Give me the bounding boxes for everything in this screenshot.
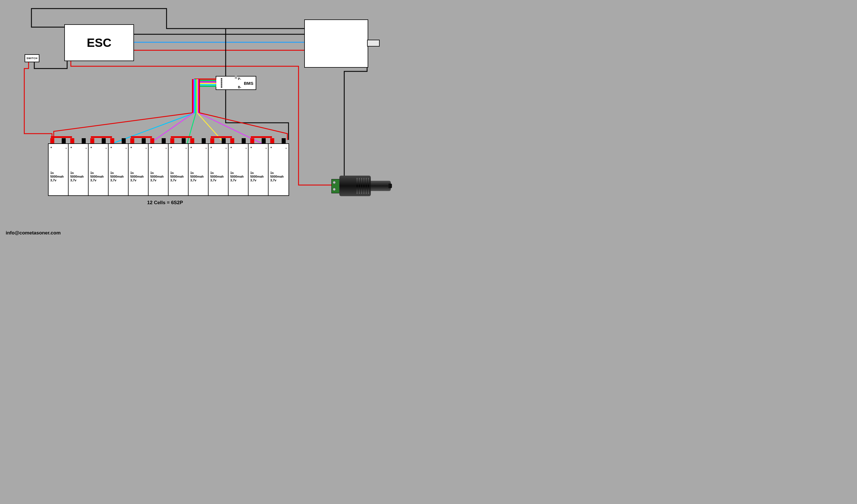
cell-plus: + (110, 146, 112, 149)
terminal-positive (90, 138, 94, 144)
terminal-negative (202, 138, 206, 144)
cell-plus: + (170, 146, 172, 149)
cell-minus: - (85, 146, 87, 150)
battery-cell: +-1s5000mah3,7v (248, 143, 269, 196)
cell-spec: 1s5000mah3,7v (250, 171, 264, 183)
terminal-positive (130, 138, 134, 144)
battery-cell: +-1s5000mah3,7v (168, 143, 189, 196)
terminal-negative (162, 138, 166, 144)
cell-plus: + (150, 146, 152, 149)
terminal-negative (242, 138, 246, 144)
battery-cell: +-1s5000mah3,7v (128, 143, 149, 196)
cell-minus: - (265, 146, 267, 150)
terminal-positive (70, 138, 74, 144)
terminal-positive (170, 138, 174, 144)
terminal-negative (182, 138, 186, 144)
terminal-negative (222, 138, 226, 144)
cell-plus: + (90, 146, 92, 149)
cell-spec: 1s5000mah3,7v (110, 171, 124, 183)
cell-spec: 1s5000mah3,7v (90, 171, 104, 183)
cell-spec: 1s5000mah3,7v (130, 171, 144, 183)
cell-spec: 1s5000mah3,7v (190, 171, 204, 183)
cell-minus: - (65, 146, 67, 150)
cell-spec: 1s5000mah3,7v (70, 171, 84, 183)
terminal-negative (262, 138, 266, 144)
cell-minus: - (246, 146, 247, 150)
cell-plus: + (50, 146, 52, 149)
cell-minus: - (205, 146, 207, 150)
terminal-positive (50, 138, 54, 144)
cell-plus: + (210, 146, 212, 149)
terminal-negative (282, 138, 286, 144)
dc-jack (331, 176, 391, 196)
terminal-positive (230, 138, 234, 144)
cell-plus: + (190, 146, 192, 149)
terminal-positive (250, 138, 254, 144)
terminal-positive (190, 138, 194, 144)
cell-plus: + (250, 146, 252, 149)
battery-cell: +-1s5000mah3,7v (88, 143, 109, 196)
terminal-negative (82, 138, 86, 144)
cell-plus: + (270, 146, 272, 149)
cell-minus: - (185, 146, 187, 150)
battery-cell: +-1s5000mah3,7v (208, 143, 229, 196)
battery-cell: +-1s5000mah3,7v (268, 143, 289, 196)
cell-minus: - (225, 146, 227, 150)
cell-minus: - (125, 146, 127, 150)
cell-minus: - (285, 146, 287, 150)
cell-minus: - (146, 146, 147, 150)
cell-spec: 1s5000mah3,7v (210, 171, 224, 183)
battery-cell: +-1s5000mah3,7v (228, 143, 249, 196)
wiring-diagram: ESC SWITCH P- B- BMS (0, 0, 428, 240)
cell-spec: 1s5000mah3,7v (50, 171, 64, 183)
cell-spec: 1s5000mah3,7v (270, 171, 284, 183)
pack-config-label: 12 Cells = 6S2P (147, 200, 183, 206)
terminal-positive (110, 138, 114, 144)
battery-cell: +-1s5000mah3,7v (68, 143, 89, 196)
cell-plus: + (130, 146, 132, 149)
cell-spec: 1s5000mah3,7v (230, 171, 244, 183)
cell-spec: 1s5000mah3,7v (170, 171, 184, 183)
battery-cell: +-1s5000mah3,7v (108, 143, 129, 196)
terminal-negative (142, 138, 146, 144)
terminal-positive (210, 138, 214, 144)
terminal-negative (122, 138, 126, 144)
contact-email: info@cometasoner.com (6, 230, 61, 236)
terminal-positive (150, 138, 154, 144)
terminal-negative (62, 138, 66, 144)
cell-minus: - (105, 146, 107, 150)
terminal-positive (270, 138, 274, 144)
cell-minus: - (165, 146, 167, 150)
cell-spec: 1s5000mah3,7v (150, 171, 164, 183)
battery-cell: +-1s5000mah3,7v (48, 143, 69, 196)
battery-cell: +-1s5000mah3,7v (188, 143, 209, 196)
cell-plus: + (230, 146, 232, 149)
wires-foreground (0, 0, 428, 240)
battery-cell: +-1s5000mah3,7v (148, 143, 169, 196)
terminal-negative (102, 138, 106, 144)
cell-plus: + (70, 146, 72, 149)
